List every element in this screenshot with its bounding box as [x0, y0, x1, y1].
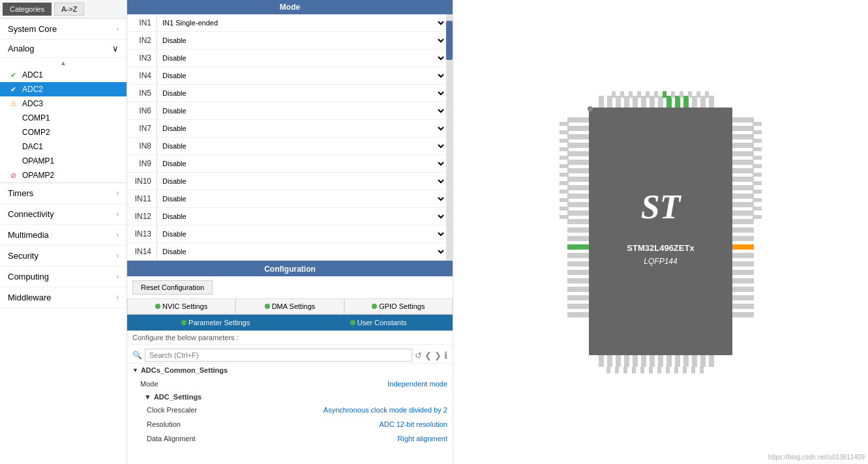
mode-select-in13[interactable]: DisableIN13 Single-ended — [157, 225, 446, 242]
mode-row-in13: IN13 DisableIN13 Single-ended — [127, 225, 446, 243]
mode-scrollbar[interactable] — [446, 14, 453, 261]
svg-rect-26 — [599, 355, 604, 367]
mode-select-in4[interactable]: DisableIN4 Single-ended — [157, 67, 446, 84]
analog-child-adc2[interactable]: ✔ ADC2 — [0, 82, 127, 96]
scroll-up-arrow[interactable]: ▲ — [0, 58, 127, 68]
sidebar-item-middleware[interactable]: Middleware › — [0, 287, 127, 308]
svg-rect-10 — [683, 96, 689, 108]
tab-user-constants[interactable]: User Constants — [304, 315, 453, 330]
mode-row-in6: IN6 DisableIN6 Single-ended — [127, 102, 446, 120]
search-input[interactable] — [145, 349, 412, 362]
config-header: Configuration — [127, 262, 453, 276]
tab-dma-settings[interactable]: DMA Settings — [235, 298, 344, 314]
sidebar-item-timers[interactable]: Timers › — [0, 183, 127, 204]
svg-rect-68 — [567, 253, 589, 258]
gpio-dot — [372, 304, 377, 309]
mode-select-in2[interactable]: DisableIN2 Single-ended — [157, 32, 446, 49]
mode-select-in14[interactable]: DisableIN14 Single-ended — [157, 243, 446, 260]
svg-rect-102 — [732, 236, 754, 241]
svg-rect-61 — [567, 194, 589, 199]
analog-child-dac1[interactable]: DAC1 — [0, 139, 127, 154]
chip-logo: ST — [641, 188, 682, 225]
svg-rect-67 — [567, 244, 589, 250]
analog-child-comp1[interactable]: COMP1 — [0, 111, 127, 125]
mode-row-in9: IN9 DisableIN9 Single-ended — [127, 155, 446, 173]
svg-rect-113 — [753, 130, 762, 134]
sidebar-item-security[interactable]: Security › — [0, 246, 127, 267]
mode-row-in7: IN7 DisableIN7 Single-ended — [127, 120, 446, 138]
reset-config-button[interactable]: Reset Configuration — [132, 280, 213, 295]
left-pins — [560, 117, 589, 317]
chip-package: LQFP144 — [644, 257, 678, 266]
svg-rect-73 — [567, 295, 589, 300]
mode-select-in3[interactable]: DisableIN3 Single-ended — [157, 50, 446, 66]
mode-list: IN1 IN1 Single-endedDisableIN1 Different… — [127, 14, 446, 261]
svg-rect-75 — [567, 312, 589, 317]
param-group-adc-settings-header[interactable]: ▼ ADC_Settings — [134, 391, 453, 403]
mode-select-in7[interactable]: DisableIN7 Single-ended — [157, 120, 446, 137]
mode-select-in9[interactable]: DisableIN9 Single-ended — [157, 155, 446, 172]
svg-rect-76 — [560, 122, 569, 126]
tab-nvic-settings[interactable]: NVIC Settings — [127, 298, 235, 314]
chevron-right-icon-multimedia: › — [117, 231, 119, 239]
svg-rect-81 — [560, 164, 569, 168]
svg-rect-101 — [732, 227, 754, 233]
mode-select-in5[interactable]: DisableIN5 Single-ended — [157, 85, 446, 102]
analog-child-comp2[interactable]: COMP2 — [0, 125, 127, 139]
tab-gpio-settings[interactable]: GPIO Settings — [344, 298, 453, 314]
chip-body — [589, 108, 732, 355]
chevron-right-icon-middleware: › — [117, 294, 119, 301]
analog-child-opamp1[interactable]: OPAMP1 — [0, 154, 127, 168]
svg-rect-12 — [700, 96, 706, 108]
mode-select-in1[interactable]: IN1 Single-endedDisableIN1 Differential — [157, 14, 446, 31]
mode-select-in11[interactable]: DisableIN11 Single-ended — [157, 190, 446, 207]
svg-rect-45 — [649, 367, 653, 373]
analog-child-adc3[interactable]: ⚠ ADC3 — [0, 96, 127, 111]
svg-rect-14 — [612, 91, 616, 98]
mode-select-in10[interactable]: DisableIN10 Single-ended — [157, 173, 446, 190]
tab-parameter-settings[interactable]: Parameter Settings — [127, 315, 304, 330]
tab-categories[interactable]: Categories — [3, 3, 52, 16]
svg-rect-103 — [732, 244, 754, 250]
svg-rect-121 — [753, 198, 762, 202]
svg-rect-64 — [567, 219, 589, 224]
svg-rect-111 — [732, 312, 754, 317]
sidebar-item-system-core[interactable]: System Core › — [0, 19, 127, 40]
bottom-pins — [599, 355, 714, 373]
svg-rect-7 — [658, 96, 663, 108]
status-icon-adc2: ✔ — [10, 85, 20, 94]
sidebar-item-connectivity[interactable]: Connectivity › — [0, 204, 127, 225]
prev-search-icon[interactable]: ❮ — [425, 351, 432, 360]
param-item-clock-prescaler: Clock Prescaler Asynchronous clock mode … — [134, 403, 453, 417]
svg-rect-58 — [567, 168, 589, 173]
svg-rect-96 — [732, 185, 754, 190]
svg-rect-85 — [560, 198, 569, 202]
next-search-icon[interactable]: ❯ — [434, 351, 441, 360]
mode-select-in12[interactable]: DisableIN12 Single-ended — [157, 208, 446, 225]
sidebar-item-multimedia[interactable]: Multimedia › — [0, 225, 127, 246]
param-item-data-alignment: Data Alignment Right alignment — [134, 431, 453, 446]
svg-rect-42 — [623, 367, 627, 373]
svg-rect-114 — [753, 139, 762, 143]
sidebar-item-computing[interactable]: Computing › — [0, 267, 127, 287]
tab-az[interactable]: A->Z — [54, 3, 84, 16]
analog-child-opamp2[interactable]: ⊘ OPAMP2 — [0, 168, 127, 182]
clear-search-icon[interactable]: ↺ — [415, 351, 422, 360]
svg-rect-115 — [753, 147, 762, 151]
mode-row-in11: IN11 DisableIN11 Single-ended — [127, 190, 446, 208]
info-icon[interactable]: ℹ — [444, 350, 447, 360]
analog-child-adc1[interactable]: ✔ ADC1 — [0, 68, 127, 82]
svg-rect-109 — [732, 295, 754, 300]
svg-rect-37 — [692, 355, 697, 367]
right-panel: ST STM32L496ZETx LQFP144 https://blog.cs… — [453, 0, 868, 464]
svg-rect-79 — [560, 147, 569, 151]
status-icon-adc1: ✔ — [10, 71, 20, 80]
param-item-resolution: Resolution ADC 12-bit resolution — [134, 417, 453, 431]
svg-rect-23 — [688, 91, 692, 98]
sidebar-item-analog[interactable]: Analog ∨ — [0, 40, 127, 58]
svg-rect-74 — [567, 304, 589, 309]
svg-rect-56 — [567, 151, 589, 156]
mode-select-in8[interactable]: DisableIN8 Single-ended — [157, 138, 446, 154]
param-group-adcs-common-header[interactable]: ▼ ADCs_Common_Settings — [127, 364, 453, 377]
mode-select-in6[interactable]: DisableIN6 Single-ended — [157, 102, 446, 119]
